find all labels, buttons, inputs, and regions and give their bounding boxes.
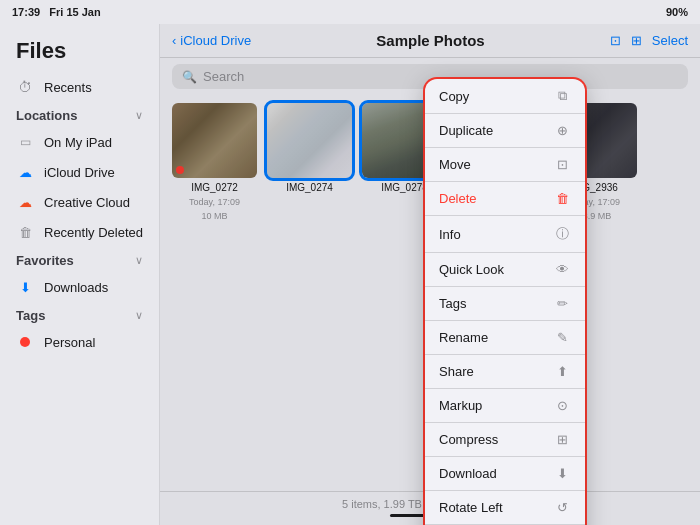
- sidebar-item-icloud-drive[interactable]: ☁ iCloud Drive: [0, 157, 159, 187]
- menu-item-label-0: Copy: [439, 89, 553, 104]
- delete-icon: 🗑: [553, 191, 571, 206]
- context-menu-item-tags[interactable]: Tags✏: [425, 287, 585, 321]
- context-menu-item-copy[interactable]: Copy⧉: [425, 79, 585, 114]
- icloud-icon: ☁: [16, 163, 34, 181]
- locations-label: Locations: [16, 108, 77, 123]
- duplicate-icon: ⊕: [553, 123, 571, 138]
- creative-cloud-label: Creative Cloud: [44, 195, 130, 210]
- icloud-drive-label: iCloud Drive: [44, 165, 115, 180]
- menu-item-label-8: Share: [439, 364, 553, 379]
- menu-item-label-5: Quick Look: [439, 262, 553, 277]
- app-container: Files ⏱ Recents Locations ∨ ▭ On My iPad…: [0, 24, 700, 525]
- download-folder-icon: ⬇: [16, 278, 34, 296]
- menu-item-label-12: Rotate Left: [439, 500, 553, 515]
- recents-label: Recents: [44, 80, 92, 95]
- context-menu-item-info[interactable]: Infoⓘ: [425, 216, 585, 253]
- context-menu-item-duplicate[interactable]: Duplicate⊕: [425, 114, 585, 148]
- menu-item-label-4: Info: [439, 227, 553, 242]
- markup-icon: ⊙: [553, 398, 571, 413]
- tags-section-header[interactable]: Tags ∨: [0, 302, 159, 327]
- context-menu-item-share[interactable]: Share⬆: [425, 355, 585, 389]
- context-menu-item-quick-look[interactable]: Quick Look👁: [425, 253, 585, 287]
- clock-icon: ⏱: [16, 78, 34, 96]
- copy-icon: ⧉: [553, 88, 571, 104]
- ipad-icon: ▭: [16, 133, 34, 151]
- personal-tag-label: Personal: [44, 335, 95, 350]
- quick-look-icon: 👁: [553, 262, 571, 277]
- context-menu-item-markup[interactable]: Markup⊙: [425, 389, 585, 423]
- tags-chevron-icon: ∨: [135, 309, 143, 322]
- battery-indicator: 90%: [666, 6, 688, 18]
- context-menu-item-download[interactable]: Download⬇: [425, 457, 585, 491]
- context-menu-item-rename[interactable]: Rename✎: [425, 321, 585, 355]
- sidebar-item-downloads[interactable]: ⬇ Downloads: [0, 272, 159, 302]
- favorites-label: Favorites: [16, 253, 74, 268]
- compress-icon: ⊞: [553, 432, 571, 447]
- status-time: 17:39 Fri 15 Jan: [12, 6, 101, 18]
- menu-item-label-6: Tags: [439, 296, 553, 311]
- menu-item-label-1: Duplicate: [439, 123, 553, 138]
- creative-cloud-icon: ☁: [16, 193, 34, 211]
- trash-icon: 🗑: [16, 223, 34, 241]
- sidebar-item-on-my-ipad[interactable]: ▭ On My iPad: [0, 127, 159, 157]
- recently-deleted-label: Recently Deleted: [44, 225, 143, 240]
- menu-item-label-11: Download: [439, 466, 553, 481]
- favorites-section-header[interactable]: Favorites ∨: [0, 247, 159, 272]
- sidebar-item-creative-cloud[interactable]: ☁ Creative Cloud: [0, 187, 159, 217]
- context-menu-item-compress[interactable]: Compress⊞: [425, 423, 585, 457]
- info-icon: ⓘ: [553, 225, 571, 243]
- menu-item-label-10: Compress: [439, 432, 553, 447]
- menu-item-label-3: Delete: [439, 191, 553, 206]
- download-icon: ⬇: [553, 466, 571, 481]
- sidebar: Files ⏱ Recents Locations ∨ ▭ On My iPad…: [0, 24, 160, 525]
- locations-section-header[interactable]: Locations ∨: [0, 102, 159, 127]
- main-content: ‹ iCloud Drive Sample Photos ⊡ ⊞ Select …: [160, 24, 700, 525]
- move-icon: ⊡: [553, 157, 571, 172]
- personal-tag-icon: [16, 333, 34, 351]
- on-my-ipad-label: On My iPad: [44, 135, 112, 150]
- favorites-chevron-icon: ∨: [135, 254, 143, 267]
- status-right: 90%: [666, 6, 688, 18]
- context-menu-item-move[interactable]: Move⊡: [425, 148, 585, 182]
- tags-icon: ✏: [553, 296, 571, 311]
- share-icon: ⬆: [553, 364, 571, 379]
- context-menu-item-rotate-left[interactable]: Rotate Left↺: [425, 491, 585, 525]
- menu-item-label-2: Move: [439, 157, 553, 172]
- sidebar-item-recents[interactable]: ⏱ Recents: [0, 72, 159, 102]
- app-title: Files: [0, 34, 159, 72]
- context-menu-item-delete[interactable]: Delete🗑: [425, 182, 585, 216]
- context-menu: Copy⧉Duplicate⊕Move⊡Delete🗑InfoⓘQuick Lo…: [425, 79, 585, 525]
- menu-item-label-9: Markup: [439, 398, 553, 413]
- rotate-left-icon: ↺: [553, 500, 571, 515]
- rename-icon: ✎: [553, 330, 571, 345]
- sidebar-item-personal-tag[interactable]: Personal: [0, 327, 159, 357]
- downloads-label: Downloads: [44, 280, 108, 295]
- locations-chevron-icon: ∨: [135, 109, 143, 122]
- tags-label: Tags: [16, 308, 45, 323]
- status-bar: 17:39 Fri 15 Jan 90%: [0, 0, 700, 24]
- sidebar-item-recently-deleted[interactable]: 🗑 Recently Deleted: [0, 217, 159, 247]
- menu-item-label-7: Rename: [439, 330, 553, 345]
